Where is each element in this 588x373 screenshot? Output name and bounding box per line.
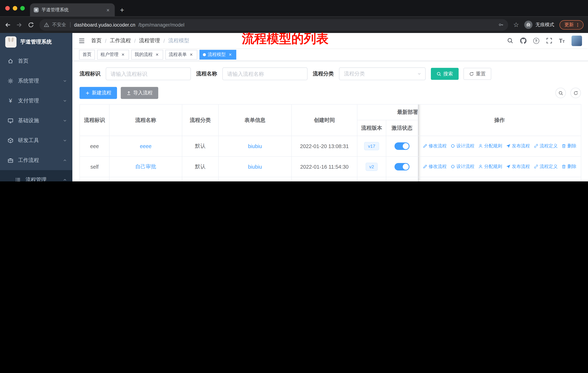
key-icon[interactable] — [498, 22, 504, 27]
design-icon — [450, 143, 455, 148]
active-toggle[interactable] — [394, 142, 409, 150]
import-process-button[interactable]: 导入流程 — [121, 87, 158, 99]
forward-icon[interactable] — [16, 21, 22, 28]
sidebar-item-pay[interactable]: ¥ 支付管理 — [0, 91, 72, 111]
tag-home[interactable]: 首页 — [79, 50, 95, 59]
address-bar[interactable]: 不安全 dashboard.yudao.iocoder.cn/bpm/manag… — [39, 19, 508, 30]
table-row: eeeeeee默认biubiu2022-01-20 13:08:31v17修改流… — [80, 136, 581, 156]
tag-process-form[interactable]: 流程表单× — [165, 50, 197, 59]
close-icon[interactable]: × — [189, 52, 194, 57]
briefcase-icon — [8, 157, 13, 163]
close-window-button[interactable] — [5, 6, 10, 10]
form-info-link[interactable]: biubiu — [248, 143, 262, 149]
sidebar-item-process-management[interactable]: 流程管理 — [0, 170, 72, 181]
zoom-window-button[interactable] — [20, 6, 25, 10]
toggle-search-button[interactable] — [555, 88, 566, 98]
action-edit-link[interactable]: 修改流程 — [423, 163, 447, 170]
breadcrumb-item[interactable]: 流程管理 — [139, 37, 160, 44]
active-dot — [203, 53, 206, 56]
form-info-link[interactable]: biubiu — [248, 164, 262, 170]
table-row: self自己审批默认biubiu2022-01-16 11:54:30v2修改流… — [80, 156, 581, 177]
back-icon[interactable] — [5, 21, 11, 28]
main-panel: 流程模型的列表 首页 / 工作流程 / 流程管理 / 流程模型 ? — [72, 33, 588, 181]
search-button[interactable]: 搜索 — [431, 68, 459, 80]
cell-form-info: /bpm/oa/leave/create — [218, 177, 292, 181]
action-send-link[interactable]: 发布流程 — [506, 143, 530, 149]
app-logo: 芋道管理系统 — [0, 33, 72, 51]
process-name-link[interactable]: 自己审批 — [135, 163, 156, 169]
filter-category-label: 流程分类 — [313, 71, 334, 77]
search-icon — [558, 91, 563, 95]
cell-process-name: 自己审批 — [109, 156, 182, 177]
sidebar-item-devtools[interactable]: 研发工具 — [0, 131, 72, 150]
tag-tenant[interactable]: 租户管理× — [97, 50, 129, 59]
action-trash-link[interactable]: 删除 — [561, 163, 576, 170]
monitor-icon — [8, 118, 13, 123]
refresh-table-button[interactable] — [570, 88, 581, 98]
process-name-input[interactable] — [222, 67, 307, 80]
action-design-link[interactable]: 设计流程 — [450, 163, 474, 170]
create-process-button[interactable]: 新建流程 — [79, 87, 117, 99]
app-title: 芋道管理系统 — [20, 39, 52, 45]
tag-my-process[interactable]: 我的流程× — [131, 50, 163, 59]
sidebar-item-home[interactable]: 首页 — [0, 51, 72, 71]
cell-created-time: 2022-01-16 11:54:30 — [292, 156, 357, 177]
sidebar-item-infra[interactable]: 基础设施 — [0, 111, 72, 131]
user-avatar[interactable] — [571, 35, 582, 46]
process-name-link[interactable]: eeee — [140, 143, 151, 149]
action-design-link[interactable]: 设计流程 — [450, 143, 474, 149]
send-icon — [506, 164, 511, 169]
chevron-down-icon — [63, 138, 67, 143]
link-icon — [534, 143, 539, 148]
process-key-input[interactable] — [106, 67, 191, 80]
filter-key-label: 流程标识 — [79, 71, 100, 77]
minimize-window-button[interactable] — [13, 6, 17, 10]
divider — [70, 22, 70, 27]
screen: 芋道管理系统 × + 不安全 dashboard.yudao.iocoder.c… — [0, 0, 588, 181]
edit-icon — [423, 143, 428, 148]
action-link-link[interactable]: 流程定义 — [534, 163, 558, 170]
breadcrumb-item[interactable]: 首页 — [91, 37, 102, 44]
category-select[interactable]: 流程分类 — [339, 67, 426, 80]
chevron-down-icon — [417, 71, 422, 76]
action-link-link[interactable]: 流程定义 — [534, 143, 558, 149]
browser-update-menu-button[interactable]: 更新 — [560, 20, 584, 29]
cell-process-name: OA 请假 — [109, 177, 182, 181]
reload-icon[interactable] — [28, 21, 34, 28]
action-user-link[interactable]: 分配规则 — [478, 163, 502, 170]
action-user-link[interactable]: 分配规则 — [478, 143, 502, 149]
tag-process-model[interactable]: 流程模型× — [200, 50, 236, 59]
tab-title: 芋道管理系统 — [42, 7, 102, 13]
active-toggle[interactable] — [394, 163, 409, 171]
cell-form-info: biubiu — [218, 136, 292, 156]
action-trash-link[interactable]: 删除 — [561, 143, 576, 149]
url-path: /bpm/manager/model — [138, 22, 184, 28]
cell-version: v5 — [357, 177, 386, 181]
fullscreen-icon[interactable] — [546, 38, 552, 44]
close-icon[interactable]: × — [120, 52, 126, 57]
help-icon[interactable]: ? — [533, 38, 539, 44]
incognito-badge: 无痕模式 — [524, 20, 554, 29]
reset-button[interactable]: 重置 — [463, 68, 491, 80]
logo-avatar — [5, 36, 17, 48]
not-secure-warning-icon — [44, 22, 49, 27]
bookmark-star-icon[interactable]: ☆ — [513, 21, 519, 28]
close-icon[interactable]: × — [228, 52, 233, 57]
cell-actions: 修改流程设计流程分配规则发布流程流程定义删除 — [418, 156, 581, 177]
sidebar-item-workflow[interactable]: 工作流程 — [0, 150, 72, 170]
cell-version: v2 — [357, 156, 386, 177]
sidebar-collapse-icon[interactable] — [78, 37, 85, 44]
tab-close-icon[interactable]: × — [105, 7, 111, 13]
browser-tab[interactable]: 芋道管理系统 × — [30, 3, 115, 17]
github-icon[interactable] — [520, 38, 526, 44]
close-icon[interactable]: × — [155, 52, 160, 57]
page-content: 流程标识 流程名称 流程分类 流程分类 — [72, 61, 588, 181]
cell-created-time: 2022-01-16 01:30:54 — [292, 177, 357, 181]
search-icon[interactable] — [507, 38, 513, 44]
font-size-icon[interactable]: TT — [559, 38, 565, 43]
new-tab-button[interactable]: + — [120, 6, 124, 13]
breadcrumb-item[interactable]: 工作流程 — [110, 37, 131, 44]
sidebar-item-system[interactable]: 系统管理 — [0, 71, 72, 91]
action-send-link[interactable]: 发布流程 — [506, 163, 530, 170]
action-edit-link[interactable]: 修改流程 — [423, 143, 447, 149]
